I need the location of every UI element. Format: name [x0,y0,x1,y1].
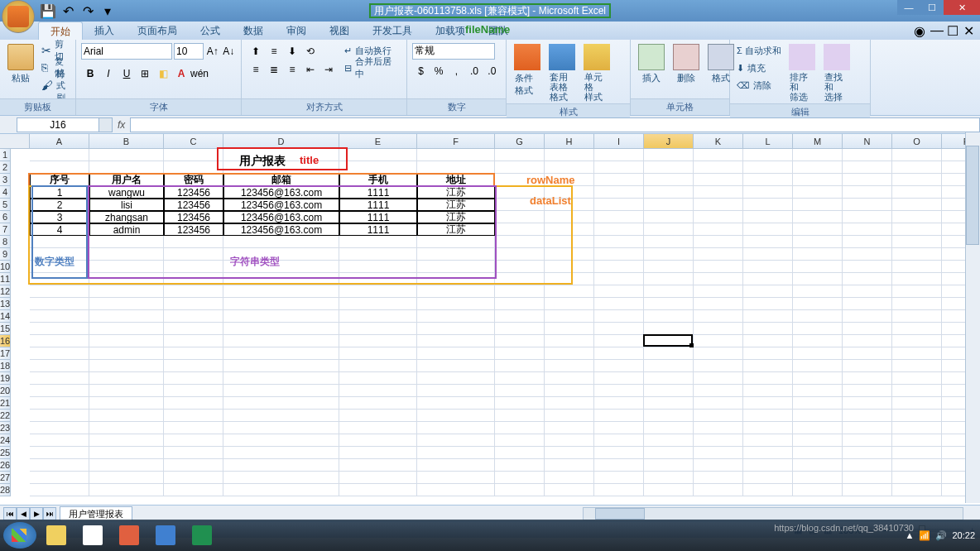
paste-button[interactable]: 粘贴 [5,42,36,86]
qat-save-icon[interactable]: 💾 [41,4,55,17]
indent-dec-icon[interactable]: ⇤ [301,60,319,79]
row-header-25[interactable]: 25 [0,447,11,459]
row-header-28[interactable]: 28 [0,484,11,496]
col-header-O[interactable]: O [892,134,942,149]
col-header-F[interactable]: F [417,134,495,149]
row-header-24[interactable]: 24 [0,434,11,447]
cell-styles-button[interactable]: 单元格 样式 [581,42,612,103]
select-all-corner[interactable] [0,134,30,149]
horizontal-scrollbar[interactable] [583,507,963,520]
help-icon[interactable]: ◉ [914,23,925,35]
row-header-2[interactable]: 2 [0,161,11,174]
currency-icon[interactable]: $ [412,62,430,80]
increase-decimal-icon[interactable]: .0 [465,62,483,80]
bold-button[interactable]: B [81,65,99,83]
qat-dropdown-icon[interactable]: ▾ [101,4,114,17]
office-button[interactable] [2,0,35,33]
sheet-nav-first[interactable]: ⏮ [3,507,17,520]
align-top-icon[interactable]: ⬆ [247,42,265,60]
row-header-6[interactable]: 6 [0,211,11,223]
sheet-tab[interactable]: 用户管理报表 [60,506,132,521]
align-bottom-icon[interactable]: ⬇ [283,42,301,60]
font-name-select[interactable] [81,43,172,60]
tray-time[interactable]: 20:22 [952,530,975,540]
font-color-button[interactable]: A [172,65,190,83]
align-center-icon[interactable]: ≣ [265,60,283,79]
vertical-scrollbar[interactable] [965,132,980,503]
cell-area[interactable]: 用户报表序号用户名密码邮箱手机地址1wangwu123456123456@163… [30,149,980,496]
tab-view[interactable]: 视图 [318,22,361,40]
row-header-1[interactable]: 1 [0,149,11,161]
row-header-26[interactable]: 26 [0,459,11,472]
align-right-icon[interactable]: ≡ [283,60,301,79]
col-header-A[interactable]: A [30,134,89,149]
row-header-19[interactable]: 19 [0,372,11,385]
row-header-3[interactable]: 3 [0,174,11,186]
col-header-I[interactable]: I [594,134,644,149]
col-header-N[interactable]: N [843,134,892,149]
sheet-nav-last[interactable]: ⏭ [43,507,56,520]
sheet-nav-prev[interactable]: ◀ [17,507,30,520]
fill-button[interactable]: ⬇填充 [735,60,783,76]
col-header-G[interactable]: G [495,134,545,149]
phonetic-button[interactable]: wén [190,65,209,83]
sheet-nav-next[interactable]: ▶ [30,507,43,520]
row-header-12[interactable]: 12 [0,285,11,298]
formula-input[interactable] [130,117,980,132]
conditional-format-button[interactable]: 条件格式 [512,42,543,98]
tab-insert[interactable]: 插入 [83,22,126,40]
find-select-button[interactable]: 查找和 选择 [821,42,853,103]
taskbar-app1[interactable] [76,522,109,549]
tray-volume-icon[interactable]: 🔊 [935,530,947,541]
start-button[interactable] [3,522,36,549]
row-header-18[interactable]: 18 [0,360,11,372]
sort-filter-button[interactable]: 排序和 筛选 [786,42,818,103]
maximize-button[interactable]: ☐ [920,0,944,15]
row-header-5[interactable]: 5 [0,199,11,211]
close-workbook-icon[interactable]: ✕ [963,23,975,35]
col-header-C[interactable]: C [164,134,223,149]
row-header-27[interactable]: 27 [0,472,11,484]
decrease-font-icon[interactable]: A↓ [222,42,237,60]
comma-icon[interactable]: , [448,62,465,80]
border-button[interactable]: ⊞ [136,65,154,83]
insert-cells-button[interactable]: 插入 [636,42,667,86]
percent-icon[interactable]: % [430,62,447,80]
row-header-23[interactable]: 23 [0,422,11,434]
col-header-J[interactable]: J [644,134,694,149]
col-header-D[interactable]: D [223,134,339,149]
close-button[interactable]: ✕ [944,0,980,15]
col-header-B[interactable]: B [89,134,164,149]
qat-undo-icon[interactable]: ↶ [61,4,74,17]
col-header-M[interactable]: M [793,134,843,149]
decrease-decimal-icon[interactable]: .0 [483,62,501,80]
table-format-button[interactable]: 套用 表格格式 [546,42,578,103]
autosum-button[interactable]: Σ 自动求和 [735,42,783,59]
indent-inc-icon[interactable]: ⇥ [319,60,338,79]
row-header-15[interactable]: 15 [0,323,11,335]
row-header-13[interactable]: 13 [0,298,11,310]
qat-redo-icon[interactable]: ↷ [81,4,94,17]
row-header-14[interactable]: 14 [0,310,11,323]
tab-layout[interactable]: 页面布局 [126,22,189,40]
taskbar-excel[interactable] [185,522,219,549]
taskbar-explorer[interactable] [40,522,73,549]
increase-font-icon[interactable]: A↑ [205,42,220,60]
clear-button[interactable]: ⌫清除 [735,77,783,93]
row-header-11[interactable]: 11 [0,273,11,285]
row-header-22[interactable]: 22 [0,410,11,422]
taskbar-app3[interactable] [149,522,182,549]
orientation-icon[interactable]: ⟲ [301,42,319,60]
col-header-L[interactable]: L [743,134,793,149]
tab-dev[interactable]: 开发工具 [361,22,424,40]
row-header-8[interactable]: 8 [0,236,11,248]
tab-review[interactable]: 审阅 [275,22,318,40]
row-header-9[interactable]: 9 [0,248,11,261]
row-header-4[interactable]: 4 [0,186,11,199]
tray-network-icon[interactable]: 📶 [919,530,930,541]
tab-formula[interactable]: 公式 [189,22,232,40]
col-header-E[interactable]: E [339,134,417,149]
delete-cells-button[interactable]: 删除 [670,42,702,86]
taskbar-app2[interactable] [113,522,146,549]
col-header-K[interactable]: K [694,134,743,149]
